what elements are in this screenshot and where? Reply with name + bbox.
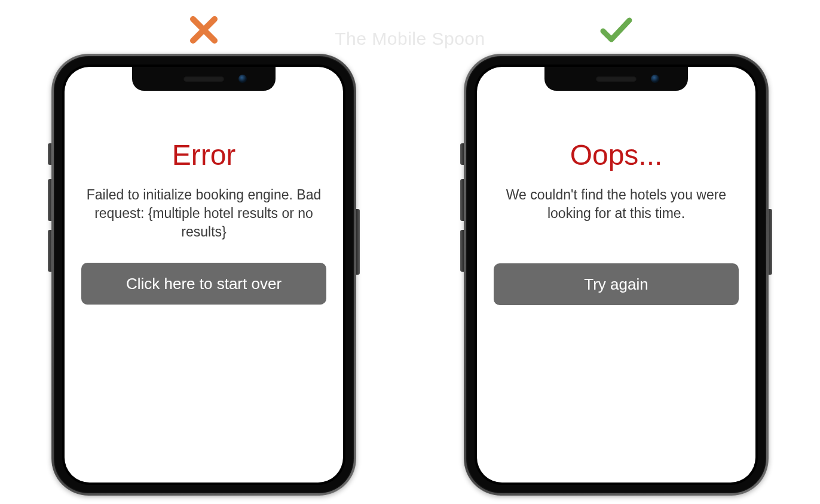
phone-power-button <box>356 209 360 275</box>
phone-volume-up <box>460 179 464 221</box>
try-again-button[interactable]: Try again <box>494 263 739 305</box>
phone-screen-good: Oops... We couldn't find the hotels you … <box>477 67 755 483</box>
phone-camera <box>651 75 659 83</box>
phone-power-button <box>769 209 772 275</box>
watermark-text: The Mobile Spoon <box>335 29 485 49</box>
phone-volume-down <box>460 230 464 272</box>
cross-icon <box>186 12 222 48</box>
phone-mockup-good: Oops... We couldn't find the hotels you … <box>464 54 769 496</box>
phone-speaker <box>596 76 637 82</box>
phone-screen-bad: Error Failed to initialize booking engin… <box>65 67 343 483</box>
examples-container: Error Failed to initialize booking engin… <box>0 0 820 496</box>
phone-volume-down <box>48 230 51 272</box>
phone-mute-switch <box>48 143 51 165</box>
phone-mockup-bad: Error Failed to initialize booking engin… <box>51 54 356 496</box>
phone-volume-up <box>48 179 51 221</box>
error-message-bad: Failed to initialize booking engine. Bad… <box>81 186 326 241</box>
check-icon <box>598 12 634 48</box>
phone-notch <box>132 67 276 91</box>
bad-example: Error Failed to initialize booking engin… <box>51 12 356 496</box>
error-message-good: We couldn't find the hotels you were loo… <box>494 186 739 223</box>
phone-camera <box>238 75 247 83</box>
error-title-bad: Error <box>172 139 236 171</box>
start-over-button[interactable]: Click here to start over <box>81 263 326 305</box>
phone-mute-switch <box>460 143 464 165</box>
phone-speaker <box>183 76 224 82</box>
good-example: Oops... We couldn't find the hotels you … <box>464 12 769 496</box>
error-title-good: Oops... <box>570 139 663 171</box>
phone-notch <box>544 67 688 91</box>
